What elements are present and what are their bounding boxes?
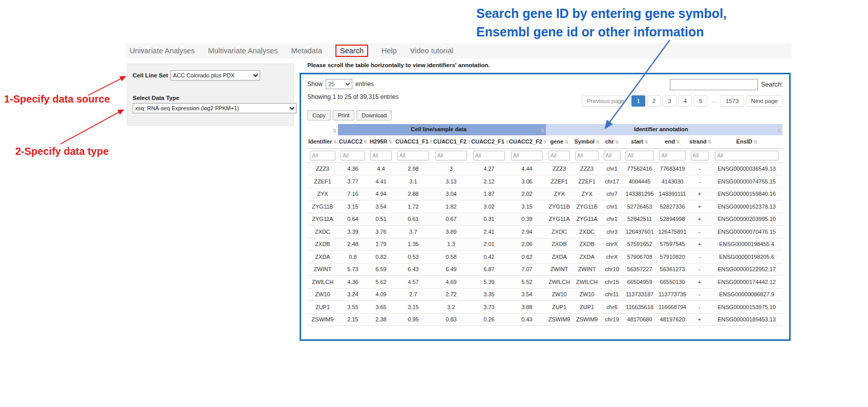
filter-input-chr[interactable] bbox=[604, 151, 621, 160]
filter-input-symbol[interactable] bbox=[575, 151, 599, 160]
data-type-select[interactable]: xsq: RNA-seq Expression (log2 FPKM+1) bbox=[133, 103, 297, 113]
column-header-ensid[interactable]: EnsID⇅ bbox=[711, 135, 782, 148]
table-row[interactable]: ZXDB2.481.791.351.32.012.06ZXDBZXDBchrX5… bbox=[307, 238, 782, 251]
download-button[interactable]: Download bbox=[356, 110, 392, 120]
cell-cuacc2_f1: 1.87 bbox=[470, 188, 508, 200]
column-header-strand[interactable]: strand⇅ bbox=[688, 135, 711, 148]
cell-start: 113733187 bbox=[623, 288, 657, 301]
filter-input-ensid[interactable] bbox=[715, 151, 778, 160]
filter-input-gene[interactable] bbox=[548, 151, 570, 160]
table-row[interactable]: ZYG11A0.640.510.610.670.310.39ZYG11AZYG1… bbox=[307, 213, 782, 226]
cell-cuacc2_f1: 2.41 bbox=[470, 226, 508, 238]
table-row[interactable]: ZYG11B3.153.541.721.823.023.15ZYG11BZYG1… bbox=[307, 200, 782, 213]
filter-input-cuacc2[interactable] bbox=[341, 151, 365, 160]
pagination-page-4[interactable]: 4 bbox=[679, 95, 692, 107]
cell-start: 56357227 bbox=[623, 263, 657, 276]
column-header-identifier[interactable]: Identifier⇅ bbox=[307, 135, 338, 148]
column-header-symbol[interactable]: Symbol⇅ bbox=[573, 135, 601, 148]
filter-input-identifier[interactable] bbox=[310, 151, 335, 160]
column-header-gene[interactable]: gene⇅ bbox=[546, 135, 573, 148]
filter-input-h295r[interactable] bbox=[370, 151, 392, 160]
column-header-cuacc2_f2[interactable]: CUACC2_F2⇅ bbox=[508, 135, 546, 148]
sort-icon: ⇅ bbox=[596, 139, 600, 145]
filter-input-strand[interactable] bbox=[691, 151, 709, 160]
cell-end: 56361273 bbox=[657, 263, 688, 276]
cell-cuacc2: 2.48 bbox=[338, 238, 368, 251]
nav-item-search[interactable]: Search bbox=[335, 45, 368, 57]
filter-input-start[interactable] bbox=[625, 151, 653, 160]
cell-identifier: ZYG11A bbox=[307, 213, 338, 226]
cell-h295r: 4.41 bbox=[368, 175, 394, 188]
table-row[interactable]: ZZZ34.364.42.9834.274.44ZZZ3ZZZ3chr17756… bbox=[307, 162, 782, 175]
cell-cuacc1_f2: 2.72 bbox=[432, 288, 470, 301]
cell-cuacc2_f1: 3.02 bbox=[470, 200, 508, 213]
column-label: CUACC1_F1 bbox=[395, 138, 429, 145]
cell-gene: ZXDC bbox=[546, 226, 573, 238]
pagination-next-button[interactable]: Next page bbox=[746, 95, 783, 107]
cell-symbol: ZWILCH bbox=[573, 276, 601, 289]
cell-chr: chr1 bbox=[601, 162, 623, 175]
nav-item-univariate-analyses[interactable]: Univariate Analyses bbox=[130, 47, 195, 55]
cell-ensid: ENSG00000162378.13 bbox=[711, 200, 782, 213]
page-length-select[interactable]: 25 bbox=[326, 79, 352, 89]
cell-cuacc2_f1: 2.01 bbox=[470, 238, 508, 251]
table-row[interactable]: ZXDA0.80.820.530.580.420.62ZXDAZXDAchrX5… bbox=[307, 251, 782, 263]
group-header-cell-line-data[interactable]: Cell line/sample data⇅ bbox=[338, 124, 546, 135]
cell-start: 77562416 bbox=[623, 162, 657, 175]
table-row[interactable]: ZWINT5.736.596.436.496.877.07ZWINTZWINTc… bbox=[307, 263, 782, 276]
cell-chr: chr10 bbox=[601, 263, 623, 276]
filter-input-cuacc1_f2[interactable] bbox=[435, 151, 468, 160]
table-search-input[interactable] bbox=[670, 79, 758, 90]
cell-cuacc2: 3.39 bbox=[338, 226, 368, 238]
data-type-annotation: 2-Specify data type bbox=[15, 146, 109, 157]
nav-item-metadata[interactable]: Metadata bbox=[291, 47, 322, 55]
nav-item-video-tutorial[interactable]: Video tutorial bbox=[410, 47, 453, 55]
table-row[interactable]: ZW103.244.092.72.723.353.54ZW10ZW10chr11… bbox=[307, 288, 782, 301]
nav-item-multivariate-analyses[interactable]: Multivariate Analyses bbox=[208, 47, 278, 55]
cell-ensid: ENSG00000036549.13 bbox=[711, 162, 782, 175]
filter-input-cuacc2_f1[interactable] bbox=[473, 151, 505, 160]
pagination-page-3[interactable]: 3 bbox=[663, 95, 676, 107]
filter-input-end[interactable] bbox=[659, 151, 686, 160]
column-header-chr[interactable]: chr⇅ bbox=[601, 135, 623, 148]
filter-input-cuacc1_f1[interactable] bbox=[397, 151, 430, 160]
filter-input-cuacc2_f2[interactable] bbox=[511, 151, 543, 160]
search-label: Search: bbox=[761, 81, 783, 88]
column-header-cuacc2_f1[interactable]: CUACC2_F1⇅ bbox=[470, 135, 508, 148]
column-header-cuacc1_f2[interactable]: CUACC1_F2⇅ bbox=[432, 135, 470, 148]
nav-item-help[interactable]: Help bbox=[382, 47, 397, 55]
table-row[interactable]: ZWILCH4.365.624.574.695.395.52ZWILCHZWIL… bbox=[307, 276, 782, 289]
pagination-page-1573[interactable]: 1573 bbox=[721, 95, 744, 107]
cell-cuacc1_f1: 0.61 bbox=[394, 213, 432, 226]
table-row[interactable]: ZZEF13.774.413.13.132.123.06ZZEF1ZZEF1ch… bbox=[307, 175, 782, 188]
table-row[interactable]: ZSWIM92.152.380.950.830.260.43ZSWIM9ZSWI… bbox=[307, 313, 782, 326]
column-header-cuacc1_f1[interactable]: CUACC1_F1⇅ bbox=[394, 135, 432, 148]
cell-cuacc1_f1: 0.53 bbox=[394, 251, 432, 263]
group-header-identifier-annotation[interactable]: Identifier annotation⇅ bbox=[546, 124, 782, 135]
cell-cuacc1_f2: 0.83 bbox=[432, 313, 470, 326]
cell-h295r: 0.82 bbox=[368, 251, 394, 263]
cell-h295r: 5.62 bbox=[368, 276, 394, 289]
table-row[interactable]: ZXDC3.393.763.73.892.412.94ZXDCZXDCchr31… bbox=[307, 226, 782, 238]
table-row[interactable]: ZYX7.164.942.883.041.872.02ZYXZYXchr7143… bbox=[307, 188, 782, 200]
copy-button[interactable]: Copy bbox=[307, 110, 331, 120]
column-header-cuacc2[interactable]: CUACC2⇅ bbox=[338, 135, 368, 148]
group-header-blank[interactable]: ⇅ bbox=[307, 124, 338, 135]
cell-line-set-select[interactable]: ACC Colorado plus PDX bbox=[171, 70, 260, 80]
table-row[interactable]: ZUP13.553.653.153.23.733.88ZUP1ZUP1chr61… bbox=[307, 301, 782, 314]
cell-cuacc2: 4.36 bbox=[338, 276, 368, 289]
print-button[interactable]: Print bbox=[333, 110, 355, 120]
cell-gene: ZXDA bbox=[546, 251, 573, 263]
column-header-end[interactable]: end⇅ bbox=[657, 135, 688, 148]
pagination-previous-button[interactable]: Previous page bbox=[582, 95, 630, 107]
pagination-page-1[interactable]: 1 bbox=[631, 95, 645, 107]
pagination-page-5[interactable]: 5 bbox=[694, 95, 707, 107]
column-header-start[interactable]: start⇅ bbox=[623, 135, 657, 148]
column-label: CUACC2 bbox=[339, 138, 363, 145]
column-header-h295r[interactable]: H295R⇅ bbox=[368, 135, 394, 148]
cell-h295r: 4.4 bbox=[368, 162, 394, 175]
sort-icon: ⇅ bbox=[388, 139, 392, 145]
cell-end: 116668794 bbox=[657, 301, 688, 314]
cell-cuacc1_f2: 3.89 bbox=[432, 226, 470, 238]
pagination-page-2[interactable]: 2 bbox=[647, 95, 661, 107]
